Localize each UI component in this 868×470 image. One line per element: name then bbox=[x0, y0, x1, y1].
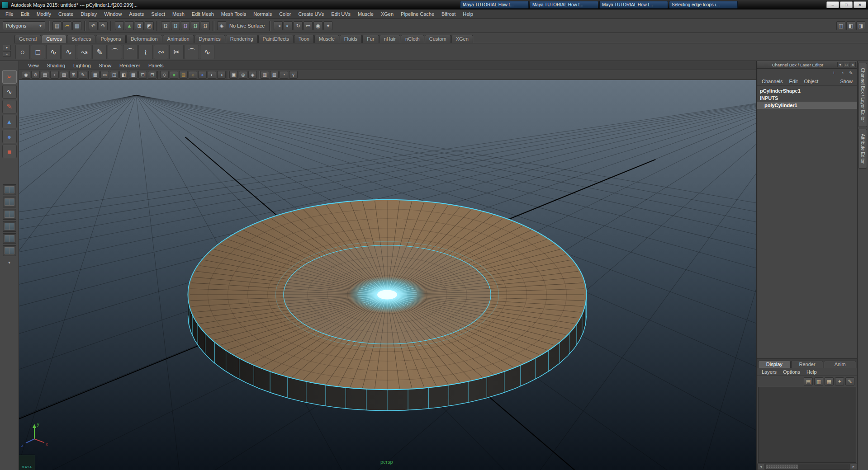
save-scene-icon[interactable]: ▦ bbox=[72, 21, 81, 30]
detach-curves-icon[interactable]: ✂ bbox=[169, 45, 184, 59]
menu-item[interactable]: Color bbox=[275, 9, 294, 19]
channel-box-menu-item[interactable]: Object bbox=[801, 79, 821, 84]
panel-close-icon[interactable]: ✕ bbox=[850, 62, 856, 67]
shaded-icon[interactable]: ■ bbox=[170, 71, 178, 79]
select-tool[interactable]: ➢ bbox=[2, 70, 17, 84]
close-button[interactable]: ✕ bbox=[854, 1, 866, 8]
selection-mode-dropdown[interactable]: Polygons ▼ bbox=[3, 21, 45, 30]
shelf-tab-polygons[interactable]: Polygons bbox=[96, 35, 125, 43]
new-scene-icon[interactable]: ▤ bbox=[52, 21, 62, 30]
background-window-tab-2[interactable]: Maya TUTORIAL How t... bbox=[530, 1, 598, 9]
field-chart-icon[interactable]: ▩ bbox=[129, 71, 138, 79]
cv-curve-tool-icon[interactable]: ∿ bbox=[46, 45, 61, 59]
viewport-toolbar-icon[interactable] bbox=[88, 71, 90, 79]
menu-item[interactable]: Mesh Tools bbox=[218, 9, 250, 19]
menu-item[interactable]: Select bbox=[147, 9, 169, 19]
viewport-toolbar-icon[interactable] bbox=[157, 71, 159, 79]
menu-item[interactable]: XGen bbox=[377, 9, 397, 19]
layout-four-pane-button[interactable] bbox=[3, 197, 16, 207]
viewport-menu-item[interactable]: View bbox=[24, 63, 43, 68]
viewport-menu-item[interactable]: Renderer bbox=[116, 63, 144, 68]
shelf-tab-custom[interactable]: Custom bbox=[425, 35, 451, 43]
menu-item[interactable]: Edit bbox=[17, 9, 33, 19]
viewport-menu-item[interactable]: Shading bbox=[43, 63, 69, 68]
xray-icon[interactable]: ▥ bbox=[261, 71, 269, 79]
tab-channel-box-layer-editor[interactable]: Channel Box / Layer Editor bbox=[859, 63, 867, 127]
layer-editor-menu-item[interactable]: Options bbox=[780, 369, 803, 375]
layer-list[interactable] bbox=[758, 387, 856, 463]
menu-item[interactable]: Bifrost bbox=[438, 9, 459, 19]
snap-to-live-icon[interactable]: Ω bbox=[201, 21, 210, 30]
camera-attributes-icon[interactable]: ▤ bbox=[41, 71, 49, 79]
maximize-button[interactable]: □ bbox=[840, 1, 853, 8]
shelf-tab-nhair[interactable]: nHair bbox=[379, 35, 400, 43]
2d-pan-zoom-icon[interactable]: ⊞ bbox=[69, 71, 78, 79]
ep-curve-tool-icon[interactable]: ∿ bbox=[62, 45, 76, 59]
layer-editor-menu-item[interactable]: Layers bbox=[759, 369, 779, 375]
make-live-icon[interactable]: ◈ bbox=[217, 21, 226, 30]
viewport-menu-item[interactable]: Lighting bbox=[70, 63, 95, 68]
menu-item[interactable]: Mesh bbox=[169, 9, 188, 19]
panel-menu-icon[interactable]: ▾ bbox=[837, 62, 843, 67]
move-tool[interactable]: ▲ bbox=[2, 115, 17, 128]
shelf-tab-general[interactable]: General bbox=[14, 35, 41, 43]
menu-item[interactable]: Window bbox=[100, 9, 125, 19]
menu-item[interactable]: Modify bbox=[33, 9, 55, 19]
minimize-button[interactable]: – bbox=[826, 1, 839, 8]
attach-curves-icon[interactable]: ∾ bbox=[154, 45, 168, 59]
shelf-tab-xgen[interactable]: XGen bbox=[451, 35, 473, 43]
pencil-curve-tool-icon[interactable]: ✎ bbox=[92, 45, 107, 59]
image-plane-icon[interactable]: ▨ bbox=[60, 71, 68, 79]
paint-select-tool[interactable]: ✎ bbox=[2, 100, 17, 113]
snap-to-grid-icon[interactable]: Ω bbox=[161, 21, 170, 30]
exposure-icon[interactable]: ◔ bbox=[280, 71, 288, 79]
open-scene-icon[interactable]: ▱ bbox=[62, 21, 71, 30]
viewport-toolbar-icon[interactable] bbox=[258, 71, 260, 79]
snap-to-curve-icon[interactable]: Ω bbox=[171, 21, 180, 30]
bezier-curve-tool-icon[interactable]: ↝ bbox=[77, 45, 91, 59]
menu-item[interactable]: Pipeline Cache bbox=[397, 9, 438, 19]
render-settings-icon[interactable]: ✦ bbox=[323, 21, 332, 30]
gamma-icon[interactable]: γ bbox=[289, 71, 298, 79]
menu-item[interactable]: Edit UVs bbox=[327, 9, 354, 19]
nurbs-square-icon[interactable]: □ bbox=[31, 45, 45, 59]
viewport-toolbar-icon[interactable] bbox=[227, 71, 228, 79]
layer-paint-icon[interactable]: ✎ bbox=[845, 377, 854, 385]
background-window-tab-1[interactable]: Maya TUTORIAL How t... bbox=[460, 1, 529, 9]
layout-persp-graph-button[interactable] bbox=[3, 233, 16, 244]
ipr-render-icon[interactable]: ◉ bbox=[313, 21, 323, 30]
open-close-curve-icon[interactable]: ⌒ bbox=[185, 45, 199, 59]
three-point-arc-icon[interactable]: ⌒ bbox=[108, 45, 122, 59]
snap-to-point-icon[interactable]: Ω bbox=[181, 21, 190, 30]
gate-mask-icon[interactable]: ◧ bbox=[119, 71, 128, 79]
background-window-tab-3[interactable]: Maya TUTORIAL How t... bbox=[599, 1, 668, 9]
menu-item[interactable]: Help bbox=[459, 9, 477, 19]
layout-two-pane-button[interactable] bbox=[3, 209, 16, 220]
shelf-tab-deformation[interactable]: Deformation bbox=[126, 35, 162, 43]
channel-box-menu-item[interactable]: Channels bbox=[759, 79, 785, 84]
use-all-lights-icon[interactable]: ☼ bbox=[189, 71, 197, 79]
shelf-tab-toon[interactable]: Toon bbox=[294, 35, 314, 43]
layer-options-icon[interactable]: ✦ bbox=[835, 377, 844, 385]
channel-edit-icon[interactable]: ✎ bbox=[848, 70, 854, 76]
isolate-select-icon[interactable]: ◈ bbox=[248, 71, 257, 79]
menu-item[interactable]: Muscle bbox=[354, 9, 377, 19]
menu-item[interactable]: File bbox=[2, 9, 17, 19]
render-current-frame-icon[interactable]: ▭ bbox=[304, 21, 313, 30]
channel-box-menu-item[interactable]: Show bbox=[837, 79, 855, 84]
redo-icon[interactable]: ↷ bbox=[99, 21, 108, 30]
shelf-tab-animation[interactable]: Animation bbox=[163, 35, 194, 43]
lasso-select-tool[interactable]: ∿ bbox=[2, 85, 17, 99]
textured-icon[interactable]: ▨ bbox=[179, 71, 188, 79]
shadows-icon[interactable]: ● bbox=[198, 71, 207, 79]
scrollbar-track[interactable] bbox=[765, 464, 849, 470]
shelf-menu-button[interactable]: ≡ bbox=[3, 51, 11, 56]
viewport-canvas[interactable]: perspyxz MAYA bbox=[19, 80, 756, 470]
channel-input-node[interactable]: polyCylinder1 bbox=[757, 102, 857, 109]
menu-item[interactable]: Assets bbox=[125, 9, 147, 19]
resolution-gate-icon[interactable]: ◫ bbox=[110, 71, 119, 79]
scrollbar-thumb[interactable] bbox=[766, 465, 798, 469]
xray-joints-icon[interactable]: ▧ bbox=[270, 71, 279, 79]
safe-title-icon[interactable]: ⊟ bbox=[148, 71, 157, 79]
snap-to-view-plane-icon[interactable]: Ω bbox=[191, 21, 200, 30]
